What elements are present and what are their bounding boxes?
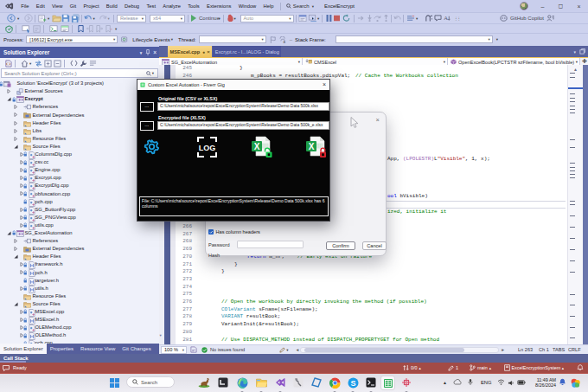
tree-item-external-sources[interactable]: External Sources <box>0 87 159 95</box>
window-position-icon[interactable]: ▾ <box>140 50 143 55</box>
tree-item-source-files[interactable]: Source Files <box>0 143 159 151</box>
tree-item-targetver-h[interactable]: targetver.h <box>0 277 159 285</box>
show-threads-in-source-icon[interactable]: a <box>279 36 287 43</box>
expander-closed-icon[interactable] <box>14 239 18 243</box>
tree-item-solution-excelencrypt-3-of-3-projects[interactable]: Solution 'ExcelEncrypt' (3 of 3 projects… <box>0 80 159 87</box>
horizontal-scrollbar[interactable] <box>300 347 499 353</box>
text-tool-button[interactable]: A <box>444 15 451 22</box>
tree-item-header-files[interactable]: Header Files <box>0 119 159 127</box>
switch-views-button[interactable] <box>4 60 12 67</box>
lifecycle-events-button[interactable]: Lifecycle Events <box>132 37 169 42</box>
eol-indicator[interactable]: CRLF <box>568 347 581 352</box>
stack-frame-dropdown[interactable]: ▾ <box>336 35 493 43</box>
zoom-dropdown[interactable]: 100 %▾ <box>161 346 187 354</box>
save-all-button[interactable] <box>71 14 80 22</box>
browse-original-button[interactable]: ... <box>140 102 154 112</box>
menu-window[interactable]: Window <box>235 0 260 12</box>
menu-extensions[interactable]: Extensions <box>203 0 235 12</box>
flag-threads-icon[interactable] <box>270 36 277 43</box>
tree-item-engine-cpp[interactable]: Engine.cpp <box>0 166 159 174</box>
expander-closed-icon[interactable] <box>14 129 18 133</box>
expander-open-icon[interactable] <box>14 302 18 306</box>
tree-item-resource-files[interactable]: Resource Files <box>0 292 159 300</box>
float-window-icon[interactable] <box>579 48 585 55</box>
tab-msexcel-cpp[interactable]: MSExcel.cpp ● × <box>168 46 212 57</box>
tree-item-pch-h[interactable]: pch.h <box>0 268 159 276</box>
settings-gear-icon[interactable] <box>143 138 161 156</box>
minimize-button[interactable]: – <box>534 0 552 12</box>
chevron-down-icon[interactable]: ▾ <box>152 71 154 75</box>
tree-item-header-files[interactable]: Header Files <box>0 253 159 260</box>
repository-indicator[interactable]: ExcelEncryptionSystem▴ <box>502 364 566 371</box>
dialog-close-button[interactable]: × <box>323 80 326 90</box>
memory-window-button[interactable] <box>33 25 41 33</box>
continue-button[interactable]: Continue <box>190 15 220 22</box>
git-branch-indicator[interactable]: main▴ <box>466 364 495 371</box>
step-into-button[interactable] <box>366 15 374 22</box>
editor-scrollbar[interactable]: ▲ <box>567 65 583 344</box>
dialog-titlebar[interactable]: Custom Excel Autoation - Fiverr Gig × <box>137 80 329 90</box>
hot-reload-button[interactable] <box>227 15 234 22</box>
tree-item-references[interactable]: References <box>0 237 159 245</box>
issues-label[interactable]: No issues found <box>210 347 245 352</box>
save-button[interactable] <box>61 14 70 22</box>
process-snapshot-icon[interactable] <box>121 36 129 43</box>
tree-item-utils-h[interactable]: utils.h <box>0 285 159 292</box>
menu-view[interactable]: View <box>48 0 67 12</box>
tree-item-csv-cc[interactable]: csv.cc <box>0 158 159 166</box>
tree-item-excryptdlg-cpp[interactable]: ExcryptDlg.cpp <box>0 182 159 190</box>
tab-excrypt-rc[interactable]: Excrypt.rc - I...IALOG - Dialog <box>213 46 281 57</box>
tree-item-pch-cpp[interactable]: pch.cpp <box>0 198 159 206</box>
widgets-icon[interactable] <box>570 377 581 389</box>
menu-debug[interactable]: Debug <box>121 0 143 12</box>
panel-tab-git-changes[interactable]: Git Changes <box>118 344 154 354</box>
confirm-button[interactable]: Confirm <box>326 241 355 250</box>
github-copilot-button[interactable]: GitHub Copilot <box>500 15 554 22</box>
menu-git[interactable]: Git <box>67 0 80 12</box>
expander-open-icon[interactable] <box>7 97 11 101</box>
tree-item-pch-cpp[interactable]: pch.cpp <box>0 339 159 344</box>
panel-tab-properties[interactable]: Properties <box>47 344 77 354</box>
expander-closed-icon[interactable] <box>14 137 18 141</box>
active-files-dropdown-icon[interactable]: ▾ <box>573 49 576 55</box>
pin-icon[interactable]: ● <box>202 49 205 55</box>
chevron-down-icon[interactable]: ▾ <box>416 16 418 21</box>
clear-bookmarks-button[interactable] <box>105 25 112 33</box>
chevron-down-icon[interactable]: ▾ <box>234 16 236 21</box>
chevron-down-icon[interactable]: ▾ <box>317 16 319 21</box>
expander-open-icon[interactable] <box>14 145 18 149</box>
excel-encrypted-file-icon[interactable]: X <box>305 136 327 158</box>
properties-button[interactable] <box>80 60 87 67</box>
pending-changes-indicator[interactable]: 1 <box>444 365 462 371</box>
immediate-window-button[interactable] <box>49 25 58 33</box>
close-button[interactable]: × <box>570 0 588 12</box>
show-next-statement-button[interactable] <box>357 15 365 22</box>
tree-item-framework-h[interactable]: framework.h <box>0 260 159 268</box>
chevron-down-icon[interactable]: ▾ <box>17 16 19 21</box>
previous-bookmark-button[interactable] <box>86 25 93 33</box>
show-threads-button[interactable] <box>5 25 13 33</box>
tree-item-msexcel-h[interactable]: MSExcel.h <box>0 316 159 324</box>
pencil-icon[interactable] <box>279 347 285 353</box>
encrypted-file-input[interactable]: C:\Users\micha\source\repos\ExcelEncrypt… <box>157 121 329 130</box>
expander-closed-icon[interactable] <box>14 112 18 117</box>
sync-with-active-document-button[interactable] <box>35 60 42 67</box>
watch-window-button[interactable] <box>61 25 69 33</box>
microphone-icon[interactable] <box>468 378 473 386</box>
step-over-button[interactable] <box>374 15 381 22</box>
solution-platforms-dropdown[interactable]: x64▾ <box>150 15 185 22</box>
tree-item-sg-buttonfly-cpp[interactable]: SG_ButtonFly.cpp <box>0 206 159 214</box>
stop-debugging-button[interactable] <box>334 16 340 22</box>
battery-icon[interactable] <box>517 380 526 385</box>
password-input[interactable] <box>237 241 304 248</box>
show-all-files-button[interactable] <box>70 60 78 67</box>
expander-closed-icon[interactable] <box>7 89 11 93</box>
pin-icon[interactable] <box>145 49 150 55</box>
tree-item-columnsdlg-cpp[interactable]: ColumnsDlg.cpp <box>0 151 159 158</box>
breakpoint-window-button[interactable] <box>22 25 30 33</box>
pending-changes-filter-button[interactable] <box>44 60 52 67</box>
speaker-icon[interactable] <box>508 380 514 386</box>
language-indicator[interactable]: ENG <box>481 380 492 385</box>
tree-item-msexcel-cpp[interactable]: MSExcel.cpp <box>0 308 159 316</box>
cancel-button[interactable]: Cancel <box>362 241 387 250</box>
